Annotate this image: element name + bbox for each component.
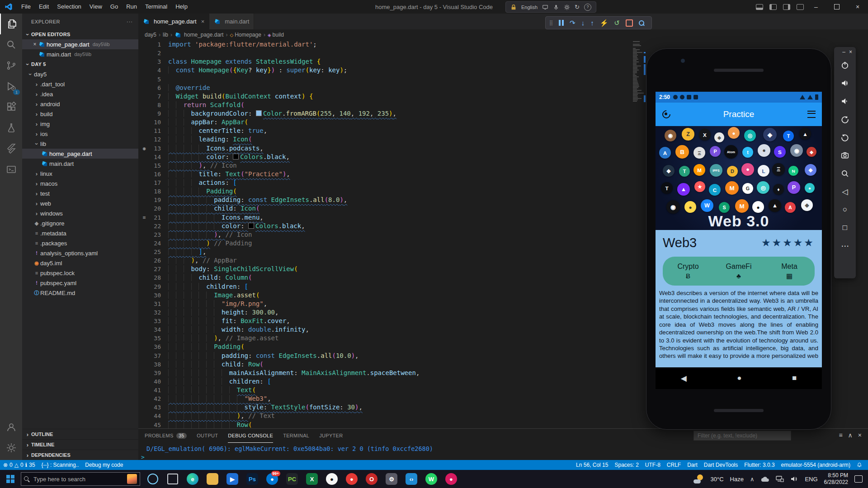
menu-run[interactable]: Run	[122, 3, 141, 10]
volume-icon[interactable]	[790, 476, 798, 482]
taskbar-app-settings[interactable]: ⚙	[382, 470, 401, 488]
gear-icon[interactable]	[564, 4, 570, 10]
emulator-minimize-button[interactable]: –	[842, 49, 845, 55]
monitor-icon[interactable]	[542, 4, 548, 10]
tree-folder-web[interactable]: ›web	[22, 198, 138, 208]
taskbar-search[interactable]: Type here to search	[21, 472, 140, 486]
minimize-button[interactable]: –	[806, 0, 826, 14]
tree-file-main.dart[interactable]: main.dart	[22, 159, 138, 169]
tree-file-home_page.dart[interactable]: home_page.dart	[22, 149, 138, 159]
tree-file-analysis_options.yaml[interactable]: !analysis_options.yaml	[22, 248, 138, 258]
problems-status[interactable]: ⊗0 △0 ℹ35	[0, 460, 38, 470]
category-card[interactable]: CryptoɃGameFi♣Meta▦	[663, 257, 815, 286]
tab-main.dart[interactable]: main.dart	[209, 14, 254, 29]
menu-view[interactable]: View	[85, 3, 106, 10]
network-icon[interactable]	[776, 476, 784, 482]
menu-go[interactable]: Go	[106, 3, 122, 10]
drag-handle-icon[interactable]: ⣿	[549, 20, 553, 25]
remote-terminal-icon[interactable]	[0, 159, 22, 180]
tree-folder-day5[interactable]: ›day5	[22, 69, 138, 79]
microphone-icon[interactable]	[553, 4, 559, 10]
taskbar-app-recorder[interactable]: ●	[441, 470, 461, 488]
language-selector[interactable]: English	[521, 5, 538, 10]
tree-folder-ios[interactable]: ›ios	[22, 129, 138, 139]
nav-overview-button[interactable]: ■	[792, 374, 797, 383]
tree-folder-android[interactable]: ›android	[22, 99, 138, 109]
settings-gear-icon[interactable]	[0, 437, 22, 458]
action-center-icon[interactable]	[854, 475, 863, 483]
tree-file-README.md[interactable]: ⓘREADME.md	[22, 288, 138, 298]
status-crlf[interactable]: CRLF	[664, 460, 684, 470]
taskbar-app-opera[interactable]: O	[362, 470, 382, 488]
help-icon[interactable]: ?	[584, 4, 591, 11]
tree-file-day5.iml[interactable]: ◉day5.iml	[22, 258, 138, 268]
taskbar-app-photoshop[interactable]: Ps	[242, 470, 262, 488]
close-icon[interactable]: ×	[31, 41, 38, 47]
volume-down-button[interactable]	[834, 92, 856, 110]
taskbar-app-whatsapp[interactable]: W	[421, 470, 441, 488]
status-dart[interactable]: Dart	[684, 460, 701, 470]
tab-close-icon[interactable]: ×	[201, 18, 205, 25]
close-panel-icon[interactable]: ×	[858, 432, 862, 439]
menu-file[interactable]: File	[17, 3, 35, 10]
step-over-button[interactable]: ↷	[570, 19, 576, 26]
tree-file-.metadata[interactable]: ≡.metadata	[22, 228, 138, 238]
chip-meta[interactable]: Meta▦	[764, 263, 815, 280]
emulator-close-button[interactable]: ×	[849, 49, 852, 55]
run-debug-icon[interactable]: 1	[0, 76, 22, 97]
taskbar-app-camera-red[interactable]: ●	[342, 470, 362, 488]
weather-icon[interactable]	[693, 474, 704, 483]
section-outline[interactable]: ›OUTLINE	[22, 429, 138, 439]
tree-folder-windows[interactable]: ›windows	[22, 208, 138, 218]
tree-file-.gitignore[interactable]: ◈.gitignore	[22, 218, 138, 228]
status-ln[interactable]: Ln 56, Col 15	[573, 460, 611, 470]
tree-folder-build[interactable]: ›build	[22, 109, 138, 119]
taskbar-app-cortana[interactable]	[143, 470, 163, 488]
step-out-button[interactable]: ↑	[590, 19, 594, 26]
reload-icon[interactable]: ↻	[575, 4, 580, 10]
toggle-secondary-sidebar-icon[interactable]	[783, 4, 790, 10]
more-actions-icon[interactable]: ···	[127, 19, 133, 24]
close-button[interactable]: ×	[847, 0, 868, 14]
step-into-button[interactable]: ↓	[581, 19, 585, 26]
tree-folder-linux[interactable]: ›linux	[22, 169, 138, 178]
status-spaces[interactable]: Spaces: 2	[611, 460, 642, 470]
pause-button[interactable]	[559, 20, 564, 26]
overview-button[interactable]: □	[834, 219, 856, 237]
onedrive-icon[interactable]	[760, 476, 769, 482]
toggle-panel-icon[interactable]	[756, 4, 763, 10]
menu-help[interactable]: Help	[171, 3, 192, 10]
menu-terminal[interactable]: Terminal	[141, 3, 171, 10]
account-icon[interactable]	[0, 417, 22, 437]
taskbar-app-explorer[interactable]	[203, 470, 222, 488]
panel-tab-debug-console[interactable]: DEBUG CONSOLE	[228, 429, 273, 443]
word-wrap-icon[interactable]: ≡	[839, 432, 842, 439]
notifications-bell-icon[interactable]	[854, 460, 865, 470]
hidden-icons-chevron[interactable]: ∧	[750, 476, 755, 483]
panel-tab-output[interactable]: OUTPUT	[197, 429, 218, 442]
hot-reload-button[interactable]: ⚡	[600, 19, 609, 26]
menu-edit[interactable]: Edit	[35, 3, 53, 10]
home-button[interactable]: ○	[834, 201, 856, 219]
toggle-sidebar-icon[interactable]	[769, 4, 777, 10]
breadcrumb-item[interactable]: home_page.dart	[184, 32, 223, 38]
customize-layout-icon[interactable]	[797, 4, 804, 10]
screenshot-button[interactable]	[834, 146, 856, 164]
weather-temp[interactable]: 30°C	[711, 476, 724, 483]
taskbar-app-edge[interactable]: e	[183, 470, 203, 488]
taskbar-app-taskview[interactable]	[163, 470, 183, 488]
chip-gamefi[interactable]: GameFi♣	[713, 263, 764, 280]
source-control-icon[interactable]	[0, 55, 22, 76]
lock-icon[interactable]	[510, 4, 517, 10]
taskbar-app-photos[interactable]: ▶	[222, 470, 242, 488]
stop-button[interactable]	[626, 19, 633, 27]
breadcrumb-item[interactable]: lib	[163, 32, 168, 38]
start-button[interactable]	[0, 470, 21, 488]
panel-tab-jupyter[interactable]: JUPYTER	[319, 429, 343, 442]
language-indicator[interactable]: ENG	[805, 476, 817, 483]
hot-restart-button[interactable]: ↺	[614, 19, 620, 26]
tree-folder-test[interactable]: ›test	[22, 188, 138, 198]
maximize-panel-icon[interactable]: ∧	[848, 432, 853, 439]
rotate-right-button[interactable]	[834, 128, 856, 146]
panel-tab-problems[interactable]: PROBLEMS35	[145, 429, 187, 442]
